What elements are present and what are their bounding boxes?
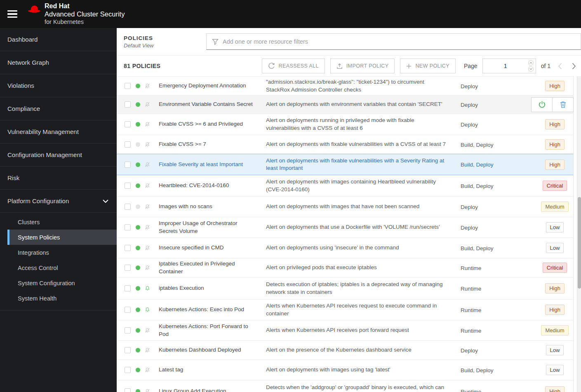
- number-spinner-down-icon[interactable]: [528, 66, 534, 72]
- sidebar-item-label: Vulnerability Management: [7, 128, 79, 135]
- brand-platform: for Kubernetes: [45, 19, 125, 26]
- row-checkbox[interactable]: [125, 224, 131, 230]
- sidebar-subitem-system-policies[interactable]: System Policies: [7, 230, 117, 245]
- severity-badge: Critical: [543, 263, 567, 273]
- sidebar-item-vulnerability-management[interactable]: Vulnerability Management: [0, 120, 117, 143]
- policy-name-link[interactable]: Iptables Executed in Privileged Containe…: [159, 260, 257, 275]
- row-checkbox[interactable]: [125, 121, 131, 127]
- row-checkbox[interactable]: [125, 245, 131, 251]
- notifications-off-icon: [145, 83, 150, 89]
- sync-icon: [268, 63, 275, 69]
- policy-enabled-dot: [136, 183, 140, 188]
- policy-name-link[interactable]: Kubernetes Actions: Exec into Pod: [159, 306, 257, 313]
- new-policy-button[interactable]: NEW POLICY: [400, 59, 456, 73]
- row-checkbox[interactable]: [125, 141, 131, 148]
- notifications-off-icon: [145, 162, 150, 167]
- sidebar-subitem-system-configuration[interactable]: System Configuration: [0, 275, 117, 291]
- policy-row: Environment Variable Contains Secret Ale…: [117, 96, 573, 114]
- row-checkbox[interactable]: [125, 101, 131, 108]
- sidebar-subitem-system-health[interactable]: System Health: [0, 291, 117, 306]
- sidebar-item-label: Configuration Management: [7, 151, 82, 158]
- import-policy-button[interactable]: IMPORT POLICY: [330, 59, 395, 73]
- severity-badge: High: [545, 386, 565, 392]
- row-checkbox[interactable]: [125, 285, 131, 291]
- policy-lifecycle: Deploy: [461, 122, 478, 128]
- chevron-left-icon[interactable]: [555, 60, 565, 72]
- page-number-input[interactable]: [483, 63, 528, 69]
- row-checkbox[interactable]: [125, 162, 131, 168]
- policy-name-link[interactable]: iptables Execution: [159, 284, 257, 292]
- policy-name-link[interactable]: Images with no scans: [159, 203, 257, 210]
- notifications-off-icon: [145, 347, 150, 353]
- severity-badge: Critical: [543, 181, 567, 191]
- sidebar-item-compliance[interactable]: Compliance: [0, 97, 117, 120]
- policy-description: "admission.stackrox.io/break-glass": "ti…: [266, 78, 447, 93]
- notifications-off-icon: [145, 265, 150, 270]
- policy-name-link[interactable]: Fixable CVSS >= 6 and Privileged: [159, 120, 257, 128]
- severity-badge: Low: [546, 365, 564, 375]
- policy-lifecycle: Deploy: [461, 204, 478, 210]
- vertical-scrollbar-thumb[interactable]: [578, 197, 581, 289]
- severity-badge: Medium: [541, 325, 568, 336]
- policy-name-link[interactable]: Insecure specified in CMD: [159, 244, 257, 251]
- policy-name-link[interactable]: Linux Group Add Execution: [159, 387, 257, 392]
- row-checkbox[interactable]: [125, 388, 131, 392]
- chevron-right-icon[interactable]: [569, 60, 579, 72]
- notifications-off-icon: [145, 102, 150, 107]
- sidebar-item-risk[interactable]: Risk: [0, 167, 117, 190]
- policies-toolbar: 81 POLICIES REASSESS ALL IMPORT POLICY N…: [117, 56, 581, 76]
- policy-name-link[interactable]: Emergency Deployment Annotation: [159, 82, 257, 89]
- severity-badge: Low: [546, 345, 564, 355]
- policy-name-link[interactable]: Fixable CVSS >= 7: [159, 141, 257, 148]
- sidebar-item-platform-configuration[interactable]: Platform Configuration: [0, 190, 117, 213]
- policy-description: Alert on deployments running in privileg…: [266, 117, 447, 131]
- policy-name-link[interactable]: Latest tag: [159, 366, 257, 373]
- resource-filter-input[interactable]: [223, 38, 581, 45]
- policy-lifecycle: Runtime: [461, 328, 481, 334]
- policy-row: Kubernetes Actions: Exec into Pod Alerts…: [117, 300, 573, 320]
- policy-name-link[interactable]: Kubernetes Dashboard Deployed: [159, 346, 257, 354]
- policy-lifecycle: Deploy: [461, 347, 478, 354]
- filter-funnel-icon: [212, 39, 219, 45]
- number-spinner-up-icon[interactable]: [528, 60, 534, 66]
- row-checkbox[interactable]: [125, 204, 131, 210]
- sidebar-subitem-access-control[interactable]: Access Control: [0, 260, 117, 275]
- policy-row: Iptables Executed in Privileged Containe…: [117, 258, 573, 277]
- row-checkbox[interactable]: [125, 183, 131, 189]
- row-checkbox[interactable]: [125, 307, 131, 313]
- policy-description: Alerts when Kubernetes API receives port…: [266, 326, 447, 334]
- new-policy-label: NEW POLICY: [415, 63, 449, 69]
- policy-lifecycle: Build, Deploy: [461, 142, 494, 148]
- row-checkbox[interactable]: [125, 367, 131, 373]
- sidebar-item-violations[interactable]: Violations: [0, 74, 117, 97]
- delete-policy-button[interactable]: [552, 98, 573, 112]
- notifications-off-icon: [145, 367, 150, 373]
- policy-row: Insecure specified in CMD Alert on deplo…: [117, 238, 573, 258]
- row-checkbox[interactable]: [125, 347, 131, 353]
- row-checkbox[interactable]: [125, 83, 131, 89]
- policy-lifecycle: Runtime: [461, 286, 481, 292]
- policy-name-link[interactable]: Heartbleed: CVE-2014-0160: [159, 182, 257, 189]
- sidebar-item-label: Network Graph: [7, 59, 49, 66]
- sidebar-subitem-integrations[interactable]: Integrations: [0, 245, 117, 260]
- sidebar-item-network-graph[interactable]: Network Graph: [0, 51, 117, 74]
- row-checkbox[interactable]: [125, 327, 131, 333]
- page-number-field: [482, 59, 536, 73]
- policy-name-link[interactable]: Improper Usage of Orchestrator Secrets V…: [159, 220, 257, 235]
- brand-logo: Red Hat Advanced Cluster Security for Ku…: [27, 2, 125, 25]
- reassess-all-button[interactable]: REASSESS ALL: [262, 59, 325, 73]
- sidebar-item-dashboard[interactable]: Dashboard: [0, 28, 117, 51]
- policy-name-link[interactable]: Kubernetes Actions: Port Forward to Pod: [159, 323, 257, 338]
- sidebar-subitem-clusters[interactable]: Clusters: [0, 214, 117, 230]
- row-checkbox[interactable]: [125, 265, 131, 271]
- toggle-policy-button[interactable]: [532, 98, 552, 112]
- menu-icon[interactable]: [7, 9, 18, 19]
- policy-name-link[interactable]: Environment Variable Contains Secret: [159, 101, 257, 108]
- policy-name-link[interactable]: Fixable Severity at least Important: [159, 161, 257, 168]
- policy-description: Alert on deployments with images contain…: [266, 178, 447, 193]
- sidebar-item-configuration-management[interactable]: Configuration Management: [0, 143, 117, 167]
- chevron-down-icon: [103, 200, 108, 203]
- brand-name: Red Hat: [45, 2, 125, 10]
- sidebar-item-label: Risk: [7, 174, 19, 181]
- policy-row: Fixable CVSS >= 7 Alert on deployments w…: [117, 135, 573, 154]
